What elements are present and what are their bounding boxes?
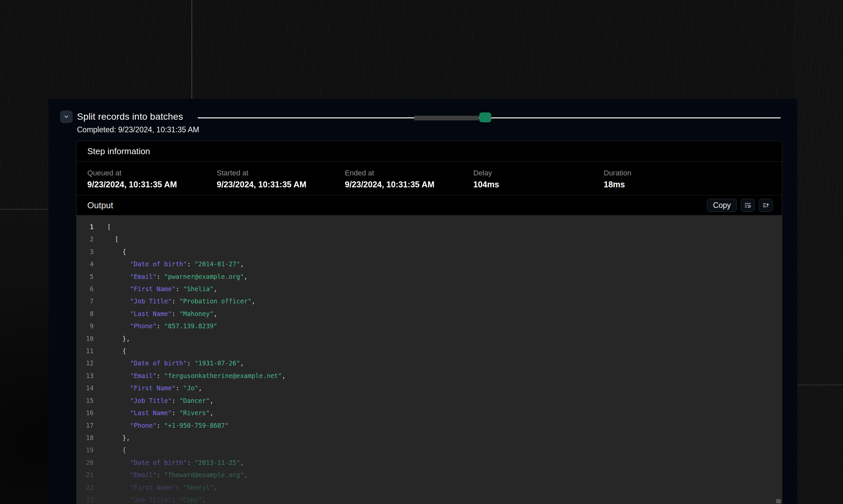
slider-handle[interactable] <box>479 112 491 122</box>
output-code-viewer[interactable]: 1[2 [3 {4 "Date of birth": "2014-01-27",… <box>77 215 782 504</box>
meta-duration: Duration 18ms <box>604 168 771 190</box>
chevron-down-icon <box>63 114 69 120</box>
code-line: 9 "Phone": "857.139.8239" <box>77 320 782 332</box>
code-line: 21 "Email": "fhoward@example.org", <box>77 469 782 481</box>
code-line: 18 }, <box>77 432 782 444</box>
meta-value: 104ms <box>473 179 604 190</box>
line-content: { <box>93 246 126 258</box>
line-content: "Job Title": "Probation officer", <box>93 295 255 307</box>
code-line: 5 "Email": "pwarner@example.org", <box>77 271 782 283</box>
line-number: 8 <box>77 308 93 320</box>
sort-ascending-icon <box>762 202 769 209</box>
meta-value: 9/23/2024, 10:31:35 AM <box>345 179 473 190</box>
line-number: 21 <box>77 469 93 481</box>
code-line: 2 [ <box>77 233 782 245</box>
code-line: 15 "Job Title": "Dancer", <box>77 395 782 407</box>
meta-delay: Delay 104ms <box>473 168 604 190</box>
line-number: 2 <box>77 233 93 245</box>
line-content: "Phone": "857.139.8239" <box>93 320 218 332</box>
line-number: 4 <box>77 258 93 270</box>
line-number: 17 <box>77 419 93 432</box>
line-content: "First Name": "Jo", <box>93 382 202 394</box>
step-detail-panel: Split records into batches Completed: 9/… <box>49 99 797 504</box>
wrap-text-icon <box>744 202 752 209</box>
line-number: 20 <box>77 456 93 469</box>
step-information-title: Step information <box>87 146 150 157</box>
meta-value: 9/23/2024, 10:31:35 AM <box>87 179 217 190</box>
meta-label: Queued at <box>87 168 217 178</box>
line-number: 16 <box>77 407 93 419</box>
meta-label: Duration <box>604 168 771 178</box>
line-content: "Job Title": "Copy", <box>93 494 206 504</box>
line-content: "Phone": "+1-950-759-8687" <box>93 419 229 432</box>
line-content: "Last Name": "Mahoney", <box>93 308 218 320</box>
meta-value: 18ms <box>604 179 771 190</box>
code-line: 6 "First Name": "Shelia", <box>77 283 782 295</box>
line-content: "Date of birth": "1931-07-26", <box>93 357 244 370</box>
line-number: 15 <box>77 395 93 407</box>
code-line: 19 { <box>77 444 782 456</box>
line-content: }, <box>93 432 130 444</box>
output-title: Output <box>87 200 113 211</box>
line-content: "Last Name": "Rivers", <box>93 407 213 419</box>
code-line: 12 "Date of birth": "1931-07-26", <box>77 357 782 370</box>
meta-label: Ended at <box>345 168 473 178</box>
line-content: { <box>93 444 126 456</box>
line-content: [ <box>93 233 119 245</box>
line-number: 14 <box>77 382 93 394</box>
line-number: 10 <box>77 332 93 345</box>
line-number: 6 <box>77 283 93 295</box>
sort-ascending-button[interactable] <box>759 199 773 212</box>
background-horizontal-line-left <box>0 209 49 210</box>
line-content: "First Name": "Sheryl", <box>93 482 218 494</box>
line-content: { <box>93 345 126 357</box>
output-actions: Copy <box>707 199 773 212</box>
line-content: "Date of birth": "2013-11-25", <box>93 456 244 469</box>
line-number: 13 <box>77 370 93 382</box>
line-content: "First Name": "Shelia", <box>93 283 218 295</box>
timeline-slider[interactable] <box>198 111 780 125</box>
code-line: 3 { <box>77 246 782 258</box>
meta-started-at: Started at 9/23/2024, 10:31:35 AM <box>217 168 345 190</box>
step-title: Split records into batches <box>77 110 183 123</box>
line-number: 9 <box>77 320 93 332</box>
line-number: 11 <box>77 345 93 357</box>
output-header: Output Copy <box>77 195 782 215</box>
code-line: 16 "Last Name": "Rivers", <box>77 407 782 419</box>
meta-ended-at: Ended at 9/23/2024, 10:31:35 AM <box>345 168 473 190</box>
line-number: 12 <box>77 357 93 370</box>
line-number: 22 <box>77 482 93 494</box>
wrap-text-button[interactable] <box>741 199 755 212</box>
code-line: 11 { <box>77 345 782 357</box>
screen: Split records into batches Completed: 9/… <box>0 0 843 504</box>
collapse-step-button[interactable] <box>60 110 73 123</box>
line-number: 18 <box>77 432 93 444</box>
line-content: }, <box>93 332 130 345</box>
step-information-card: Step information Queued at 9/23/2024, 10… <box>76 141 782 504</box>
line-number: 3 <box>77 246 93 258</box>
slider-buffer-segment <box>414 116 479 120</box>
meta-queued-at: Queued at 9/23/2024, 10:31:35 AM <box>87 168 217 190</box>
line-content: "Date of birth": "2014-01-27", <box>93 258 244 270</box>
scrollbar-thumb[interactable] <box>776 499 781 503</box>
step-information-header: Step information <box>77 141 782 162</box>
line-number: 5 <box>77 271 93 283</box>
meta-value: 9/23/2024, 10:31:35 AM <box>217 179 345 190</box>
code-line: 7 "Job Title": "Probation officer", <box>77 295 782 307</box>
code-line: 22 "First Name": "Sheryl", <box>77 482 782 494</box>
code-line: 14 "First Name": "Jo", <box>77 382 782 394</box>
code-line: 20 "Date of birth": "2013-11-25", <box>77 456 782 469</box>
line-content: "Job Title": "Dancer", <box>93 395 213 407</box>
code-line: 17 "Phone": "+1-950-759-8687" <box>77 419 782 432</box>
meta-label: Delay <box>473 168 604 178</box>
code-line: 13 "Email": "fergusonkatherine@example.n… <box>77 370 782 382</box>
copy-button[interactable]: Copy <box>707 199 737 212</box>
line-number: 19 <box>77 444 93 456</box>
line-number: 1 <box>77 221 93 233</box>
line-content: [ <box>93 221 111 233</box>
line-number: 23 <box>77 494 93 504</box>
code-line: 8 "Last Name": "Mahoney", <box>77 308 782 320</box>
line-content: "Email": "fergusonkatherine@example.net"… <box>93 370 286 382</box>
step-meta-row: Queued at 9/23/2024, 10:31:35 AM Started… <box>77 162 782 195</box>
line-content: "Email": "fhoward@example.org", <box>93 469 247 481</box>
